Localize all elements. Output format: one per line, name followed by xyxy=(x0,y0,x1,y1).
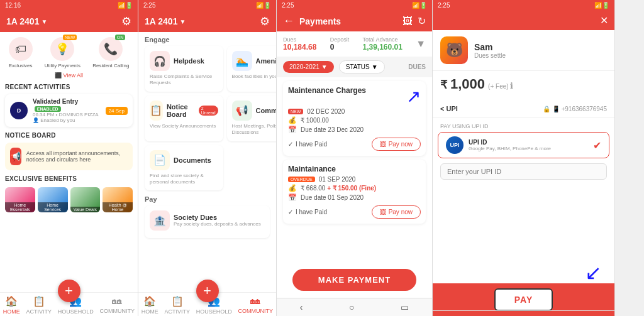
view-all[interactable]: ⬛ View All xyxy=(0,71,138,81)
menu-helpdesk[interactable]: 🎧 Helpdesk Raise Complaints & Service Re… xyxy=(145,46,223,92)
new-badge: NEW xyxy=(63,35,77,40)
payment-date-row-1: NEW 02 DEC 2020 xyxy=(288,108,421,115)
menu-grid: 🎧 Helpdesk Raise Complaints & Service Re… xyxy=(138,46,276,190)
pay-now-btn-2[interactable]: 🖼 Pay now xyxy=(372,205,421,219)
app-header-2: 1A 2401 ▼ ⚙ xyxy=(138,11,276,32)
payment-duedate-row-2: 📅 Due date 01 Sep 2020 xyxy=(288,193,421,202)
payment-title-1: Maintenance Charges xyxy=(288,86,366,95)
nav-community-2[interactable]: 🏘 COMMUNITY xyxy=(238,295,274,315)
menu-communications[interactable]: 📢 Communications Host Meetings, Polls an… xyxy=(227,95,276,141)
fab-1[interactable]: + xyxy=(58,280,80,302)
menu-documents[interactable]: 📄 Documents Find and store society & per… xyxy=(145,145,223,191)
upi-input[interactable] xyxy=(440,163,607,180)
payment-amount-row-2: 💰 ₹ 668.00 + ₹ 150.00 (Fine) xyxy=(288,184,421,192)
notice-text: Access all important announcements, noti… xyxy=(26,150,128,163)
resident-icon: 📞 ON xyxy=(99,37,123,61)
recent-sys-3[interactable]: ▭ xyxy=(396,301,414,313)
expand-icon[interactable]: ▼ xyxy=(416,38,426,50)
amenities-icon: 🏊 xyxy=(232,51,252,71)
home-nav-icon-2: 🏠 xyxy=(143,295,156,307)
back-sys-3[interactable]: ‹ xyxy=(295,301,308,313)
settings-icon-1[interactable]: ⚙ xyxy=(121,14,131,28)
menu-amenities[interactable]: 🏊 Amenities Book facilities in your soci… xyxy=(227,46,276,92)
upi-id-row[interactable]: UPI UPI ID Google Pay, BHIM, PhonePe & m… xyxy=(438,132,609,158)
advance-col: Total Advance 1,39,160.01 xyxy=(362,36,402,52)
home-nav-icon: 🏠 xyxy=(5,295,18,307)
user-subtitle: Dues settle xyxy=(474,52,506,59)
header-title-1[interactable]: 1A 2401 ▼ xyxy=(6,16,47,26)
header-title-2[interactable]: 1A 2401 ▼ xyxy=(145,16,186,26)
recent-sub: 06:34 PM • DOMINOS PIZZA xyxy=(33,112,101,117)
excl-home-services[interactable]: Home Services xyxy=(38,187,68,212)
upi-id-info: UPI ID Google Pay, BHIM, PhonePe & more xyxy=(469,139,588,151)
screen4: 2:25 📶🔋 ✕ 🐻 Sam Dues settle ₹ 1,000 (+ F… xyxy=(433,0,615,316)
status-bar-1: 12:16 📶🔋 xyxy=(0,0,138,11)
notice-board-title: NOTICE BOARD xyxy=(0,129,138,140)
screen2: 2:25 📶🔋 1A 2401 ▼ ⚙ Engage 🎧 Helpdesk Ra… xyxy=(138,0,277,316)
make-payment-btn[interactable]: MAKE PAYMENT xyxy=(292,269,417,291)
society-dues[interactable]: 🏦 Society Dues Pay society dues, deposit… xyxy=(145,205,270,238)
payments-icon1[interactable]: 🖼 xyxy=(402,16,413,27)
excl-value-deals[interactable]: Value Deals xyxy=(70,187,101,212)
icon-utility[interactable]: 💡 NEW Utility Payments xyxy=(45,37,80,68)
fab-2[interactable]: + xyxy=(196,280,219,302)
nav-activity-2[interactable]: 📋 ACTIVITY xyxy=(165,295,191,315)
nav-community-1[interactable]: 🏘 COMMUNITY xyxy=(100,295,135,315)
upi-section-header: < UPI 🔒 📱 +916366376945 xyxy=(433,100,614,118)
payments-header: ← Payments 🖼 ↻ xyxy=(277,11,432,31)
bottom-nav-1: 🏠 HOME 📋 ACTIVITY + 👥 HOUSEHOLD 🏘 COMMUN… xyxy=(0,292,138,316)
notice-board-icon: 📋 xyxy=(150,101,163,121)
payment-duedate-row-1: 📅 Due date 23 Dec 2020 xyxy=(288,126,421,134)
payments-title: Payments xyxy=(299,16,397,26)
arrow-indicator-1: ↗ xyxy=(406,86,421,107)
home-sys-3[interactable]: ○ xyxy=(344,301,359,313)
upi-section-title[interactable]: < UPI xyxy=(440,105,458,112)
nav-home-1[interactable]: 🏠 HOME xyxy=(3,295,20,315)
pay-now-btn-1[interactable]: 🖼 Pay now xyxy=(372,138,421,151)
excl-home-essentials[interactable]: Home Essentials xyxy=(5,187,35,212)
i-paid-2[interactable]: ✓ I have Paid xyxy=(288,209,327,215)
user-name: Sam xyxy=(474,42,506,52)
amount-suffix: (+ Fee) ℹ xyxy=(488,83,513,90)
settings-icon-2[interactable]: ⚙ xyxy=(260,14,270,28)
back-button-3[interactable]: ← xyxy=(283,14,294,28)
exclusive-title: EXCLUSIVE BENEFITS xyxy=(0,173,138,185)
excl-health[interactable]: Health @ Home xyxy=(103,187,133,212)
signal-icons-1: 📶🔋 xyxy=(118,2,133,9)
recent-card: D Validated Entry ENABLED 06:34 PM • DOM… xyxy=(5,94,133,127)
overdue-badge: OVERDUE xyxy=(288,177,315,182)
payment-card-1: Maintenance Charges ↗ NEW 02 DEC 2020 💰 … xyxy=(283,81,426,156)
nav-activity-1[interactable]: 📋 ACTIVITY xyxy=(26,295,52,315)
community-nav-icon: 🏘 xyxy=(112,295,122,307)
i-paid-1[interactable]: ✓ I have Paid xyxy=(288,141,327,148)
user-info: Sam Dues settle xyxy=(474,42,506,59)
close-button-4[interactable]: ✕ xyxy=(600,14,608,26)
system-nav-4 xyxy=(433,310,614,316)
pay-button[interactable]: PAY xyxy=(494,288,553,311)
icon-resident[interactable]: 📞 ON Resident Calling xyxy=(92,37,129,68)
signal-icons-4: 📶🔋 xyxy=(594,2,609,9)
on-badge: ON xyxy=(115,35,126,40)
filter-bar: 2020-2021 ▼ STATUS ▼ DUES xyxy=(277,57,432,77)
nav-home-2[interactable]: 🏠 HOME xyxy=(142,295,158,315)
payment-date-row-2: OVERDUE 01 SEP 2020 xyxy=(288,176,421,183)
engage-title: Engage xyxy=(138,32,276,46)
deposit-col: Deposit 0 xyxy=(330,36,350,52)
year-filter[interactable]: 2020-2021 ▼ xyxy=(283,61,334,73)
payments-icon2[interactable]: ↻ xyxy=(418,15,426,27)
dominos-logo: D xyxy=(10,102,28,119)
upi-section: < UPI 🔒 📱 +916366376945 PAY USING UPI ID… xyxy=(433,100,614,185)
time-2: 2:25 xyxy=(143,2,155,9)
payment-actions-2: ✓ I have Paid 🖼 Pay now xyxy=(288,205,421,219)
communications-icon: 📢 xyxy=(232,101,252,121)
payment-card-2: Maintainance OVERDUE 01 SEP 2020 💰 ₹ 668… xyxy=(283,160,426,224)
header-icons-1: ⚙ xyxy=(121,14,131,28)
system-nav-3: ‹ ○ ▭ xyxy=(277,298,432,316)
icon-exclusives[interactable]: 🏷 Exclusives xyxy=(9,37,33,68)
upi-phone: 🔒 📱 +916366376945 xyxy=(543,106,607,112)
make-payment-container: MAKE PAYMENT xyxy=(277,263,432,297)
payment-actions-1: ✓ I have Paid 🖼 Pay now xyxy=(288,138,421,151)
status-filter[interactable]: STATUS ▼ xyxy=(339,60,385,74)
menu-notice[interactable]: 📋 Notice Board 2 Unread View Society Ann… xyxy=(145,95,223,141)
notice-card[interactable]: 📢 Access all important announcements, no… xyxy=(5,143,133,170)
